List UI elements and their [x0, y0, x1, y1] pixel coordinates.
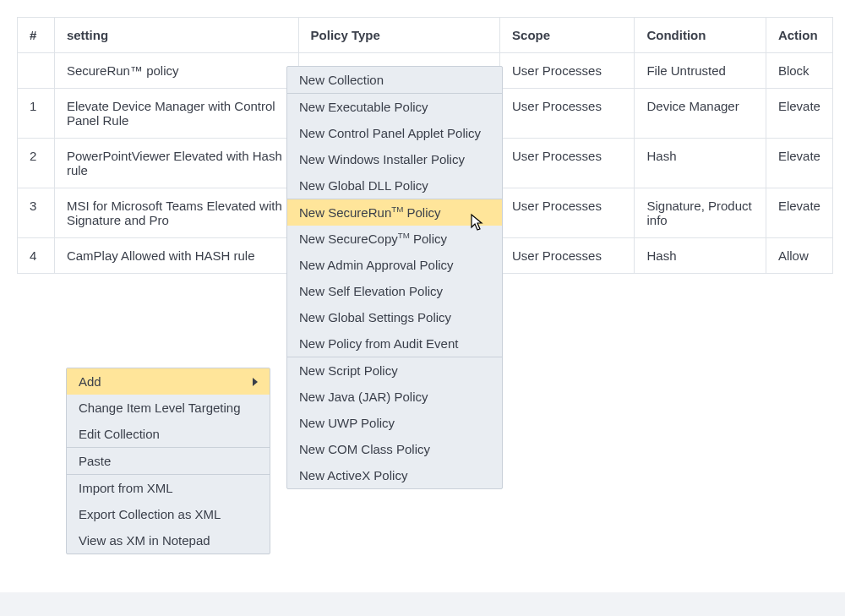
- cell-setting: PowerPointViewer Elevated with Hash rule: [54, 139, 298, 188]
- submenu-item[interactable]: New SecureRunTM Policy: [287, 199, 502, 226]
- submenu-item[interactable]: New Admin Approval Policy: [287, 252, 502, 278]
- context-menu-item[interactable]: Add: [67, 368, 270, 395]
- cell-setting: CamPlay Allowed with HASH rule: [54, 238, 298, 274]
- cell-num: 3: [18, 188, 55, 238]
- cell-scope: User Processes: [500, 238, 635, 274]
- submenu-item[interactable]: New Executable Policy: [287, 94, 502, 120]
- cell-action: Block: [766, 53, 832, 89]
- header-policy-type: Policy Type: [298, 18, 499, 53]
- cell-num: 2: [18, 139, 55, 188]
- submenu-item[interactable]: New Control Panel Applet Policy: [287, 120, 502, 146]
- cell-scope: User Processes: [500, 53, 635, 89]
- submenu-item-label: New SecureRun: [299, 205, 391, 220]
- context-menu-item[interactable]: Paste: [67, 448, 270, 474]
- submenu-item[interactable]: New UWP Policy: [287, 410, 502, 436]
- header-scope: Scope: [500, 18, 635, 53]
- trademark-icon: TM: [398, 231, 410, 240]
- submenu-item[interactable]: New ActiveX Policy: [287, 462, 502, 488]
- cell-condition: File Untrusted: [635, 53, 766, 89]
- cell-action: Allow: [766, 238, 832, 274]
- header-action: Action: [766, 18, 832, 53]
- submenu-item[interactable]: New Collection: [287, 67, 502, 93]
- submenu-item[interactable]: New COM Class Policy: [287, 436, 502, 462]
- context-menu-item[interactable]: Edit Collection: [67, 421, 270, 447]
- context-menu-item[interactable]: Export Collection as XML: [67, 501, 270, 527]
- add-submenu: New CollectionNew Executable PolicyNew C…: [286, 66, 503, 489]
- context-menu-item[interactable]: Import from XML: [67, 475, 270, 501]
- cell-condition: Device Manager: [635, 89, 766, 139]
- footer-bar: [0, 592, 845, 616]
- cell-num: 4: [18, 238, 55, 274]
- cell-scope: User Processes: [500, 188, 635, 238]
- submenu-item[interactable]: New Java (JAR) Policy: [287, 384, 502, 410]
- submenu-item[interactable]: New Global Settings Policy: [287, 304, 502, 330]
- cell-action: Elevate: [766, 89, 832, 139]
- header-condition: Condition: [635, 18, 766, 53]
- header-setting: setting: [54, 18, 298, 53]
- cell-setting: SecureRun™ policy: [54, 53, 298, 89]
- cell-action: Elevate: [766, 139, 832, 188]
- submenu-item[interactable]: New Script Policy: [287, 357, 502, 384]
- trademark-icon: TM: [391, 204, 403, 214]
- cell-setting: MSI for Microsoft Teams Elevated with Si…: [54, 188, 298, 238]
- context-menu-item[interactable]: Change Item Level Targeting: [67, 395, 270, 421]
- cell-setting: Elevate Device Manager with Control Pane…: [54, 89, 298, 139]
- cell-scope: User Processes: [500, 89, 635, 139]
- context-menu: AddChange Item Level TargetingEdit Colle…: [66, 368, 270, 554]
- cell-condition: Hash: [635, 238, 766, 274]
- cell-num: 1: [18, 89, 55, 139]
- submenu-item[interactable]: New Windows Installer Policy: [287, 146, 502, 172]
- submenu-item-label-post: Policy: [403, 205, 440, 220]
- context-menu-item[interactable]: View as XM in Notepad: [67, 527, 270, 553]
- submenu-item-label: New SecureCopy: [299, 232, 398, 246]
- cell-scope: User Processes: [500, 139, 635, 188]
- submenu-item[interactable]: New Global DLL Policy: [287, 172, 502, 199]
- cell-num: [18, 53, 55, 89]
- header-num: #: [18, 18, 55, 53]
- submenu-item[interactable]: New Self Elevation Policy: [287, 278, 502, 304]
- table-header-row: # setting Policy Type Scope Condition Ac…: [18, 18, 833, 53]
- cell-condition: Signature, Product info: [635, 188, 766, 238]
- submenu-item[interactable]: New Policy from Audit Event: [287, 330, 502, 357]
- cell-action: Elevate: [766, 188, 832, 238]
- submenu-item[interactable]: New SecureCopyTM Policy: [287, 226, 502, 252]
- submenu-item-label-post: Policy: [410, 232, 447, 246]
- cell-condition: Hash: [635, 139, 766, 188]
